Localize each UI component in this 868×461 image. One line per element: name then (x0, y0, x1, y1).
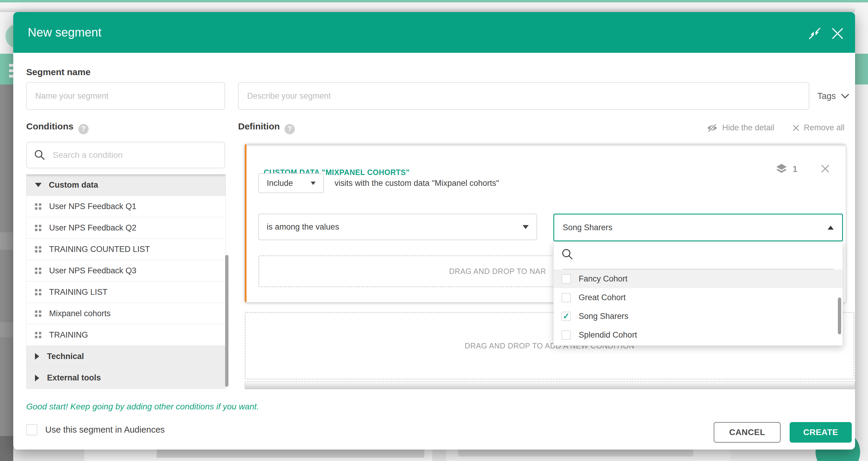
screen: New segment Segment name Tags (0, 0, 868, 461)
value-dropdown-panel: Fancy Cohort Great Cohort ✓ Song Sharers… (553, 241, 843, 346)
option-fancy-cohort[interactable]: Fancy Cohort (554, 269, 843, 288)
close-icon (792, 124, 800, 132)
backdrop-row (0, 232, 13, 250)
value-combobox[interactable]: Song Sharers (553, 213, 843, 241)
layers-indicator: 1 (775, 163, 798, 175)
close-icon[interactable] (829, 25, 846, 42)
include-select[interactable]: Include (258, 173, 324, 193)
condition-item[interactable]: User NPS Feedback Q1 (27, 196, 225, 217)
group-custom-data[interactable]: Custom data (27, 174, 225, 196)
background-card-bar (458, 449, 693, 457)
segment-name-label: Segment name (26, 67, 90, 77)
drag-handle-icon[interactable] (35, 268, 41, 274)
conditions-scrollbar[interactable] (225, 255, 228, 387)
option-song-sharers[interactable]: ✓ Song Sharers (554, 307, 843, 325)
new-segment-modal: New segment Segment name Tags (13, 12, 855, 450)
background-top-shadow (0, 7, 868, 12)
condition-item[interactable]: User NPS Feedback Q3 (27, 260, 225, 282)
definition-title: Definition? (238, 121, 295, 134)
drag-handle-icon[interactable] (35, 225, 41, 231)
group-technical[interactable]: Technical (27, 346, 225, 367)
condition-item[interactable]: User NPS Feedback Q2 (27, 217, 225, 239)
checkbox-unchecked[interactable] (26, 424, 37, 435)
background-card-bar (157, 449, 424, 458)
create-button[interactable]: CREATE (789, 422, 852, 442)
horizontal-scrollbar[interactable] (245, 381, 855, 389)
caret-down-icon (311, 182, 315, 185)
backdrop-right (855, 84, 868, 461)
triangle-right-icon (35, 375, 39, 381)
caret-down-icon (523, 225, 529, 229)
hide-detail-button[interactable]: Hide the detail (707, 123, 774, 133)
condition-item[interactable]: TRAINING (27, 324, 225, 346)
collapse-icon[interactable] (806, 25, 824, 42)
operator-select[interactable]: is among the values (258, 213, 537, 240)
background-top-strip (0, 0, 868, 2)
tags-dropdown[interactable]: Tags (817, 88, 849, 104)
help-icon[interactable]: ? (284, 124, 295, 134)
layers-count: 1 (793, 164, 798, 174)
remove-all-button[interactable]: Remove all (792, 123, 844, 133)
audiences-checkbox-row[interactable]: Use this segment in Audiences (26, 424, 165, 435)
backdrop-row (0, 322, 13, 337)
modal-title: New segment (28, 12, 101, 53)
cancel-button[interactable]: CANCEL (714, 422, 781, 442)
eye-slash-icon (707, 123, 718, 133)
group-external-tools[interactable]: External tools (27, 367, 225, 388)
conditions-list: Custom data User NPS Feedback Q1 User NP… (26, 174, 226, 389)
condition-item[interactable]: TRAINING COUNTED LIST (27, 239, 225, 260)
help-icon[interactable]: ? (79, 124, 89, 134)
condition-close-icon[interactable] (819, 163, 831, 175)
option-great-cohort[interactable]: Great Cohort (554, 288, 843, 307)
backdrop-left (0, 84, 13, 461)
triangle-right-icon (35, 353, 39, 359)
condition-item[interactable]: TRAINING LIST (27, 282, 225, 303)
layers-icon (775, 163, 788, 175)
option-splendid-cohort[interactable]: Splendid Cohort (554, 325, 843, 344)
tags-label: Tags (817, 91, 836, 101)
drag-handle-icon[interactable] (35, 246, 41, 253)
caret-up-icon (828, 226, 834, 230)
dropdown-scrollbar[interactable] (838, 297, 841, 334)
condition-search-input[interactable] (52, 150, 217, 160)
drag-handle-icon[interactable] (35, 289, 41, 295)
chevron-down-icon (841, 93, 849, 99)
narrow-dropzone-text: DRAG AND DROP TO NAR (449, 256, 546, 286)
backdrop-right-top (855, 2, 868, 54)
checkbox-unchecked[interactable] (561, 274, 571, 284)
definition-toolbar: Hide the detail Remove all (707, 123, 844, 133)
condition-search[interactable] (26, 142, 225, 168)
audiences-checkbox-label: Use this segment in Audiences (45, 425, 165, 435)
segment-description-input[interactable] (238, 82, 809, 110)
search-icon[interactable] (561, 248, 574, 260)
value-combobox-value: Song Sharers (563, 223, 613, 232)
condition-item[interactable]: Mixpanel cohorts (27, 303, 225, 324)
drag-handle-icon[interactable] (35, 332, 41, 338)
checkbox-checked[interactable]: ✓ (561, 312, 571, 321)
condition-sentence: visits with the custom data "Mixpanel co… (335, 173, 499, 193)
search-icon (34, 149, 45, 161)
drag-handle-icon[interactable] (35, 311, 41, 317)
segment-name-input[interactable] (26, 82, 225, 110)
hint-text: Good start! Keep going by adding other c… (26, 402, 259, 411)
card-top-shadow (247, 144, 846, 147)
checkbox-unchecked[interactable] (561, 330, 571, 340)
modal-header (13, 12, 855, 53)
triangle-down-icon (35, 183, 41, 187)
drag-handle-icon[interactable] (35, 203, 41, 210)
checkbox-unchecked[interactable] (561, 293, 571, 302)
conditions-title: Conditions? (26, 121, 89, 134)
